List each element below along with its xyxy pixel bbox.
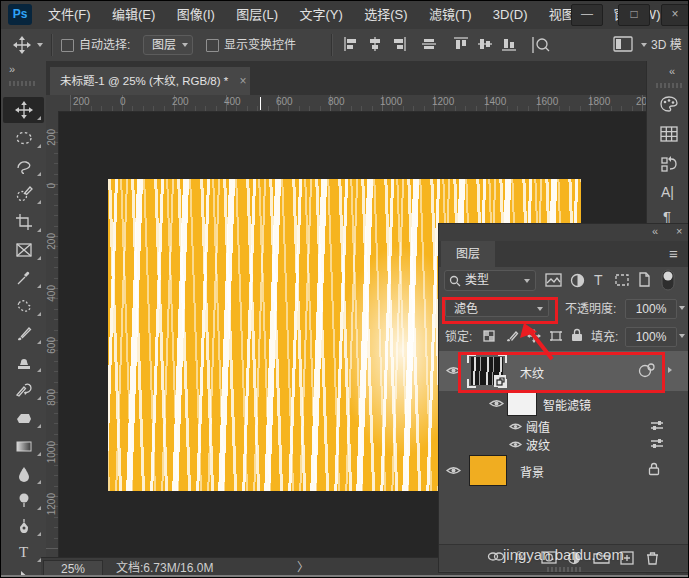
tab-close-icon[interactable]: × [236,74,250,88]
filter-blend-options-icon[interactable] [649,437,665,452]
align-right-edges-icon[interactable] [391,36,407,55]
eyedropper-tool[interactable] [3,265,44,291]
opacity-caret-icon[interactable] [679,306,685,310]
maximize-button[interactable]: □ [618,4,650,26]
healing-brush-tool[interactable] [3,293,44,319]
filter-mask-thumbnail[interactable] [507,392,537,416]
tool-preset-caret-icon[interactable] [37,43,43,47]
eraser-tool[interactable] [3,405,44,431]
lasso-tool[interactable] [3,153,44,179]
layer-thumbnail-wood[interactable] [467,354,507,388]
smart-filter-collapse-icon[interactable] [668,367,672,373]
type-tool[interactable]: T [3,539,44,565]
fill-field[interactable]: 100% [625,327,677,347]
filter-blend-options-icon[interactable] [649,419,665,434]
filter-name-ripple[interactable]: 波纹 [526,436,550,453]
close-button[interactable]: × [661,4,689,26]
menu-edit[interactable]: 编辑(E) [103,1,164,29]
dodge-tool[interactable] [3,487,44,513]
move-tool[interactable] [3,97,44,123]
color-panel-icon[interactable] [659,95,679,116]
layers-tab[interactable]: 图层 [441,241,495,267]
libraries-panel-icon[interactable] [659,155,679,176]
move-tool-option-icon[interactable] [13,36,31,57]
brush-tool[interactable] [3,321,44,347]
vertical-ruler[interactable]: 200 0 200 400 600 800 1000 1200 [46,111,59,557]
show-transform-checkbox[interactable] [206,39,219,52]
filter-name-threshold[interactable]: 阈值 [526,418,550,435]
minimize-button[interactable]: — [571,4,603,26]
menu-filter[interactable]: 滤镜(T) [420,1,481,29]
filter-type-dropdown[interactable]: 类型 [444,270,536,291]
lock-all-icon[interactable] [571,328,583,345]
swatches-panel-icon[interactable] [659,125,679,146]
ruler-label: 200 [73,96,90,107]
panel-resize-grip[interactable] [547,567,581,572]
delete-layer-icon[interactable] [646,551,659,568]
fill-caret-icon[interactable] [679,334,685,338]
menu-type[interactable]: 文字(Y) [291,1,352,29]
filter-shape-layers-icon[interactable] [614,273,630,290]
elliptical-marquee-tool[interactable] [3,125,44,151]
smart-filters-row[interactable]: 智能滤镜 [439,391,689,416]
horizontal-ruler[interactable]: 200 0 200 400 600 800 1000 1200 1400 160… [58,95,646,112]
visibility-eye-icon[interactable] [489,398,504,412]
layer-name-wood[interactable]: 木纹 [520,364,544,381]
window-bottom-edge [1,575,689,577]
align-horizontal-centers-icon[interactable] [367,36,383,55]
distribute-horizontal-icon[interactable] [421,36,437,55]
align-vertical-centers-icon[interactable] [477,36,493,55]
pen-tool[interactable] [3,513,44,539]
blur-tool[interactable] [3,461,44,487]
smart-filter-indicator-icon[interactable] [637,362,657,381]
align-left-edges-icon[interactable] [343,36,359,55]
filter-smart-objects-icon[interactable] [637,272,651,290]
panel-collapse-icon[interactable]: « [652,225,657,237]
menu-select[interactable]: 选择(S) [355,1,416,29]
smart-filters-label: 智能滤镜 [543,396,591,413]
character-panel-icon[interactable]: A| [659,183,679,204]
3d-mode-label: 3D 模式 [651,29,689,61]
crop-tool[interactable] [3,209,44,235]
workspace-switcher-icon[interactable] [613,36,633,55]
menu-image[interactable]: 图像(I) [168,1,224,29]
filter-adjustment-layers-icon[interactable] [570,273,585,291]
visibility-eye-icon[interactable] [446,365,461,379]
auto-select-checkbox[interactable] [61,39,74,52]
history-brush-tool[interactable] [3,377,44,403]
dropdown-caret-icon [537,307,543,311]
filter-on-toggle[interactable] [661,269,675,294]
strip-collapse-icon[interactable]: « [669,65,674,77]
align-top-edges-icon[interactable] [453,36,469,55]
layer-row-background[interactable]: 背景 [439,452,689,488]
filter-type-layers-icon[interactable]: T [592,272,606,290]
blend-mode-dropdown[interactable]: 滤色 [445,299,549,317]
quick-selection-tool[interactable] [3,181,44,207]
toolbar-collapse-icon[interactable]: » [9,63,14,75]
align-bottom-edges-icon[interactable] [501,36,517,55]
strip-grip-handle[interactable] [656,83,682,88]
clone-stamp-tool[interactable] [3,349,44,375]
menu-3d[interactable]: 3D(D) [484,1,537,29]
panel-menu-icon[interactable]: ≡ [669,245,678,262]
lock-transparent-pixels-icon[interactable] [483,330,496,346]
layer-thumbnail-background[interactable] [469,455,507,486]
layer-name-background[interactable]: 背景 [520,463,544,480]
ruler-label: 0 [120,96,126,107]
filter-pixel-layers-icon[interactable] [545,273,562,290]
visibility-eye-icon[interactable] [509,420,522,434]
panel-close-icon[interactable]: × [676,225,682,237]
filter-row-ripple[interactable]: 波纹 [439,434,689,452]
gradient-tool[interactable] [3,433,44,459]
menu-file[interactable]: 文件(F) [39,1,100,29]
document-tab[interactable]: 未标题-1 @ 25% (木纹, RGB/8) * × [50,67,250,95]
search-icon[interactable] [531,36,551,57]
frame-tool[interactable] [3,237,44,263]
opacity-field[interactable]: 100% [625,299,677,319]
auto-select-dropdown[interactable]: 图层 [143,35,193,55]
toolbar-grip-handle[interactable] [9,81,35,86]
menu-layer[interactable]: 图层(L) [227,1,287,29]
visibility-eye-icon[interactable] [446,465,461,479]
filter-row-threshold[interactable]: 阈值 [439,416,689,434]
visibility-eye-icon[interactable] [509,438,522,452]
